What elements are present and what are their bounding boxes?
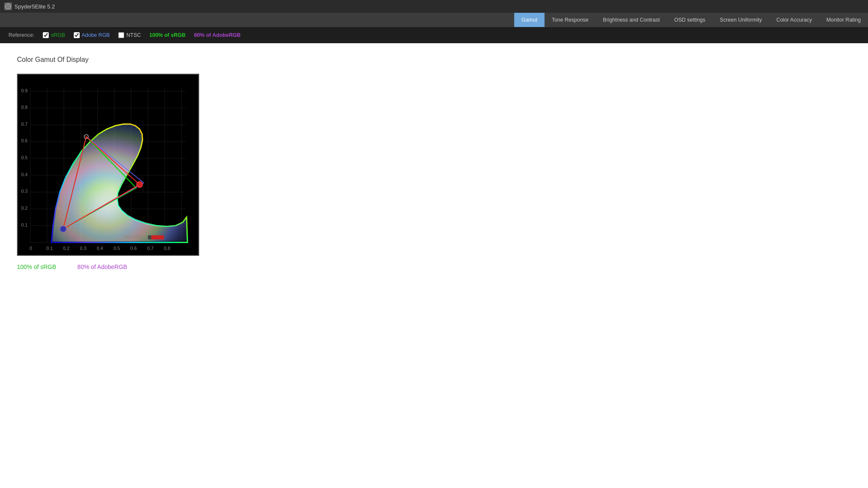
svg-text:0.2: 0.2 — [63, 246, 70, 251]
tab-screen-uniformity[interactable]: Screen Uniformity — [712, 13, 769, 27]
svg-text:0.7: 0.7 — [21, 122, 28, 127]
svg-point-48 — [60, 226, 66, 232]
main-content: Color Gamut Of Display 0.9 0.8 0.7 0.6 0… — [0, 43, 868, 488]
bottom-labels: 100% of sRGB 80% of AdobeRGB — [17, 263, 851, 270]
svg-rect-51 — [148, 235, 151, 239]
svg-text:0.1: 0.1 — [46, 246, 53, 251]
bottom-label-adobe: 80% of AdobeRGB — [78, 263, 128, 270]
svg-text:0.6: 0.6 — [131, 246, 137, 251]
ref-srgb: sRGB — [43, 32, 65, 38]
svg-text:0.7: 0.7 — [147, 246, 153, 251]
highlight-srgb: 100% of sRGB — [149, 32, 185, 38]
ref-adobe-rgb-label: Adobe RGB — [82, 32, 110, 38]
tab-gamut[interactable]: Gamut — [514, 13, 545, 27]
title-bar: Spyder5Elite 5.2 — [0, 0, 868, 13]
svg-text:0.9: 0.9 — [21, 88, 28, 93]
svg-text:datacolor: datacolor — [124, 234, 143, 239]
gamut-chart: 0.9 0.8 0.7 0.6 0.5 0.4 0.3 0.2 0.1 0 0.… — [17, 74, 199, 256]
svg-text:0.3: 0.3 — [21, 189, 28, 194]
ref-ntsc-label: NTSC — [126, 32, 141, 38]
ref-ntsc: NTSC — [118, 32, 141, 38]
app-icon — [4, 3, 12, 10]
tab-color-accuracy[interactable]: Color Accuracy — [769, 13, 819, 27]
svg-text:0.8: 0.8 — [164, 246, 170, 251]
checkbox-srgb[interactable] — [43, 32, 49, 38]
checkbox-ntsc[interactable] — [118, 32, 124, 38]
svg-text:0.3: 0.3 — [80, 246, 86, 251]
svg-text:0: 0 — [30, 246, 32, 251]
tab-monitor-rating[interactable]: Monitor Rating — [819, 13, 868, 27]
svg-text:0.6: 0.6 — [21, 138, 28, 143]
reference-bar: Reference: sRGB Adobe RGB NTSC 100% of s… — [0, 27, 868, 43]
ref-adobe-rgb: Adobe RGB — [74, 32, 110, 38]
svg-text:0.5: 0.5 — [114, 246, 120, 251]
ref-srgb-label: sRGB — [51, 32, 65, 38]
gamut-svg: 0.9 0.8 0.7 0.6 0.5 0.4 0.3 0.2 0.1 0 0.… — [18, 75, 198, 255]
app-title: Spyder5Elite 5.2 — [14, 3, 55, 10]
svg-rect-50 — [151, 235, 164, 239]
reference-label: Reference: — [8, 32, 34, 38]
bottom-label-srgb: 100% of sRGB — [17, 263, 56, 270]
tab-tone-response[interactable]: Tone Response — [545, 13, 596, 27]
svg-text:0.8: 0.8 — [21, 105, 28, 110]
nav-bar: Gamut Tone Response Brightness and Contr… — [0, 13, 868, 27]
svg-text:0.2: 0.2 — [21, 205, 28, 211]
highlight-adobe: 80% of AdobeRGB — [194, 32, 241, 38]
svg-text:0.5: 0.5 — [21, 155, 28, 160]
svg-text:0.1: 0.1 — [21, 222, 28, 227]
section-title: Color Gamut Of Display — [17, 56, 851, 64]
svg-text:0.4: 0.4 — [21, 172, 28, 177]
svg-point-47 — [136, 182, 142, 188]
checkbox-adobe-rgb[interactable] — [74, 32, 80, 38]
svg-text:0.4: 0.4 — [97, 246, 103, 251]
tab-osd-settings[interactable]: OSD settings — [667, 13, 713, 27]
tab-brightness-contrast[interactable]: Brightness and Contrast — [596, 13, 667, 27]
